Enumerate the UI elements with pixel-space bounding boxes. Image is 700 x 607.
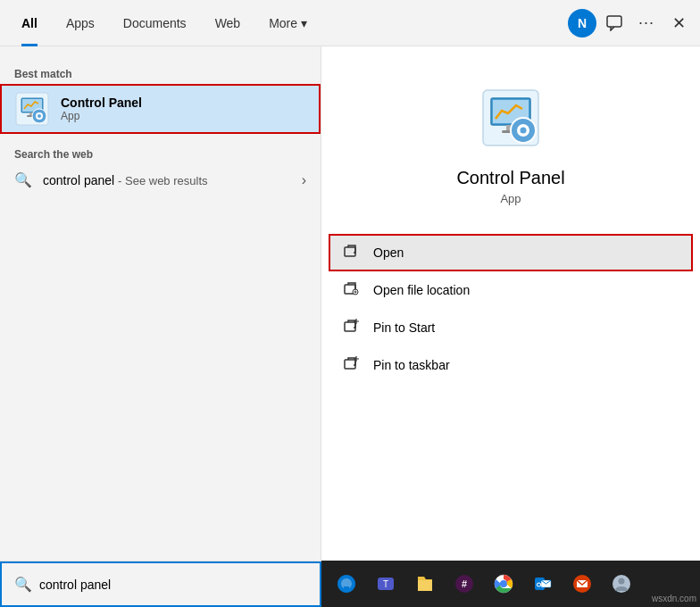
tab-all-label: All bbox=[21, 16, 38, 30]
result-title: Control Panel bbox=[61, 96, 142, 110]
watermark: wsxdn.com bbox=[652, 594, 696, 603]
detail-subtitle: App bbox=[500, 192, 521, 205]
tab-bar: All Apps Documents Web More ▾ N bbox=[0, 0, 700, 46]
outlook-taskbar-icon[interactable] bbox=[525, 566, 561, 602]
tab-documents-label: Documents bbox=[123, 16, 187, 30]
action-pin-taskbar-label: Pin to taskbar bbox=[373, 358, 450, 372]
avatar-taskbar-icon[interactable] bbox=[604, 566, 639, 602]
svg-text:T: T bbox=[383, 579, 388, 589]
mail-taskbar-icon[interactable] bbox=[564, 566, 600, 602]
tab-apps[interactable]: Apps bbox=[52, 0, 109, 46]
taskbar: T # bbox=[321, 561, 700, 607]
action-open-file-label: Open file location bbox=[373, 283, 470, 297]
search-input[interactable] bbox=[39, 578, 314, 592]
user-avatar[interactable]: N bbox=[568, 9, 596, 37]
svg-rect-17 bbox=[345, 247, 355, 256]
tab-apps-label: Apps bbox=[66, 16, 95, 30]
pin-start-icon bbox=[343, 318, 361, 337]
search-bar-icon: 🔍 bbox=[7, 576, 39, 593]
file-location-icon bbox=[343, 280, 361, 300]
detail-icon bbox=[475, 82, 546, 154]
action-list: Open Open file location bbox=[321, 234, 700, 384]
left-panel: Best match bbox=[0, 46, 321, 607]
tab-more-label: More bbox=[269, 16, 297, 30]
search-icon: 🔍 bbox=[14, 171, 32, 188]
feedback-icon[interactable] bbox=[600, 9, 629, 37]
svg-rect-20 bbox=[345, 322, 355, 331]
detail-title: Control Panel bbox=[456, 168, 564, 188]
svg-rect-0 bbox=[607, 16, 621, 27]
right-panel: Control Panel App Open bbox=[321, 46, 700, 607]
chevron-down-icon: ▾ bbox=[301, 16, 307, 30]
tab-documents[interactable]: Documents bbox=[109, 0, 201, 46]
web-query: control panel - See web results bbox=[43, 173, 208, 187]
svg-point-33 bbox=[538, 584, 540, 586]
search-web-label: Search the web bbox=[0, 141, 321, 164]
more-options-icon[interactable]: ··· bbox=[632, 9, 661, 37]
action-open[interactable]: Open bbox=[329, 234, 693, 271]
control-panel-icon bbox=[14, 91, 50, 127]
svg-text:#: # bbox=[462, 578, 467, 589]
files-taskbar-icon[interactable] bbox=[407, 566, 443, 602]
tab-bar-actions: N ··· ✕ bbox=[568, 9, 693, 37]
svg-rect-21 bbox=[345, 360, 355, 369]
edge-taskbar-icon[interactable] bbox=[329, 566, 364, 602]
svg-point-8 bbox=[38, 114, 41, 118]
action-pin-start-label: Pin to Start bbox=[373, 320, 435, 335]
web-link-text: - See web results bbox=[118, 174, 207, 187]
content-area: Best match bbox=[0, 46, 700, 607]
svg-point-28 bbox=[501, 581, 507, 587]
search-window: All Apps Documents Web More ▾ N bbox=[0, 0, 700, 607]
tab-web[interactable]: Web bbox=[201, 0, 255, 46]
open-icon bbox=[343, 243, 361, 262]
svg-point-37 bbox=[619, 578, 625, 585]
tab-all[interactable]: All bbox=[7, 0, 52, 46]
action-open-file-location[interactable]: Open file location bbox=[329, 271, 693, 309]
best-match-item[interactable]: Control Panel App bbox=[0, 84, 321, 134]
web-search-item[interactable]: 🔍 control panel - See web results › bbox=[0, 164, 321, 195]
teams-taskbar-icon[interactable]: T bbox=[368, 566, 404, 602]
tab-more[interactable]: More ▾ bbox=[254, 0, 321, 46]
best-match-label: Best match bbox=[0, 61, 321, 84]
tab-web-label: Web bbox=[215, 16, 241, 30]
chrome-taskbar-icon[interactable] bbox=[486, 566, 521, 602]
svg-point-16 bbox=[521, 128, 527, 134]
action-pin-taskbar[interactable]: Pin to taskbar bbox=[329, 346, 693, 384]
search-bar: 🔍 bbox=[0, 561, 321, 607]
close-icon[interactable]: ✕ bbox=[664, 9, 693, 37]
result-subtitle: App bbox=[61, 110, 142, 122]
action-pin-start[interactable]: Pin to Start bbox=[329, 309, 693, 346]
action-open-label: Open bbox=[373, 245, 404, 260]
web-arrow-icon: › bbox=[302, 172, 306, 188]
pin-taskbar-icon bbox=[343, 355, 361, 375]
slack-taskbar-icon[interactable]: # bbox=[446, 566, 482, 602]
